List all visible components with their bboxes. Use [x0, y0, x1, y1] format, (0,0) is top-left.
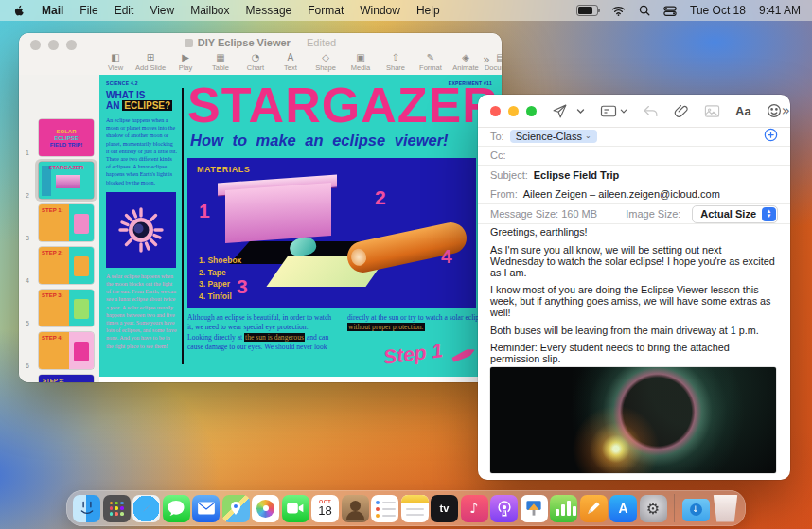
dock-icon-system-settings[interactable]: ⚙ [640, 495, 667, 522]
dock-icon-trash[interactable] [712, 495, 739, 522]
battery-icon[interactable] [576, 5, 598, 16]
dock-icon-pages[interactable] [580, 495, 608, 522]
send-button[interactable] [552, 103, 568, 119]
toolbar-shape-button[interactable]: ◇Shape [314, 53, 337, 72]
send-options-chevron[interactable] [576, 108, 585, 115]
menu-item-mail[interactable]: Mail [42, 4, 63, 17]
dock-icon-facetime[interactable] [282, 495, 309, 522]
header-fields-button[interactable] [600, 104, 627, 118]
dock-icon-music[interactable]: ♪ [461, 495, 488, 522]
slide-stargazer[interactable]: SCIENCE 4.2 EXPERIMENT #11 WHAT IS AN EC… [99, 75, 502, 377]
solar-eclipse-text: A solar eclipse happens when the moon bl… [106, 273, 177, 350]
toolbar-media-button[interactable]: ▣Media [349, 53, 372, 72]
spotlight-search-icon[interactable] [639, 5, 650, 16]
toolbar-share-button[interactable]: ⇧Share [384, 53, 407, 72]
dock-icon-tv[interactable]: tv [431, 495, 458, 522]
dock-divider [674, 494, 675, 522]
wifi-icon[interactable] [611, 6, 626, 16]
keynote-lectern-icon [524, 499, 544, 519]
download-arrow-icon: ↓ [690, 503, 702, 516]
slide-thumbnail-1[interactable]: 1 SOLAR ECLIPSE FIELD TRIP! [19, 116, 99, 159]
menu-item-format[interactable]: Format [308, 4, 344, 17]
dock-icon-app-store[interactable]: A [609, 495, 637, 522]
dock-icon-keynote[interactable] [521, 495, 548, 522]
dock-icon-messages[interactable] [163, 495, 190, 522]
dock-icon-downloads-folder[interactable]: ↓ [682, 499, 710, 521]
slide-thumbnail-3[interactable]: 3 STEP 1: [19, 202, 99, 244]
keynote-toolbar: ◧View ⊞Add Slide ▶Play ▦Table ◔Chart ATe… [104, 50, 473, 75]
menu-bar-date[interactable]: Tue Oct 18 [690, 4, 746, 17]
slide-thumbnail-6[interactable]: 6 STEP 4: [19, 329, 99, 372]
eclipse-highlight: ECLIPSE? [122, 100, 172, 111]
keynote-titlebar[interactable]: DIY Eclipse Viewer — Edited ◧View ⊞Add S… [19, 33, 502, 76]
mail-traffic-lights[interactable] [490, 106, 537, 116]
eclipse-corona-glow [490, 367, 776, 473]
cc-field[interactable]: Cc: [478, 147, 790, 167]
add-slide-icon: ⊞ [147, 53, 154, 62]
zoom-button[interactable] [526, 106, 537, 116]
eclipse-sun-icon [116, 205, 166, 255]
body-paragraph: Greetings, earthlings! [490, 226, 778, 238]
dock-icon-finder[interactable] [73, 495, 100, 522]
from-field[interactable]: From: Aileen Zeigen – aileen.zeigen@iclo… [478, 185, 790, 205]
paperclip-icon [674, 103, 689, 119]
emoji-button[interactable] [767, 103, 782, 118]
toolbar-view-button[interactable]: ◧View [104, 53, 127, 72]
slide-thumbnail-4[interactable]: 4 STEP 2: [19, 244, 99, 287]
toolbar-chart-button[interactable]: ◔Chart [244, 53, 267, 72]
dock-icon-contacts[interactable] [342, 495, 369, 522]
table-icon: ▦ [216, 53, 224, 62]
toolbar-overflow-chevrons-icon[interactable]: » [782, 102, 790, 119]
dock-icon-numbers[interactable] [550, 495, 577, 522]
subject-field[interactable]: Subject: Eclipse Field Trip [478, 166, 790, 185]
menu-item-view[interactable]: View [150, 4, 174, 17]
menu-bar-clock[interactable]: 9:41 AM [759, 4, 801, 17]
image-size-select[interactable]: Actual Size ▲▼ [692, 205, 778, 223]
toolbar-overflow-chevrons-icon[interactable]: » [483, 52, 490, 66]
dock-icon-maps[interactable] [222, 495, 250, 522]
attach-button[interactable] [674, 103, 689, 119]
dock-icon-launchpad[interactable] [103, 495, 131, 522]
dock-icon-calendar[interactable]: OCT 18 [311, 495, 339, 522]
dock-icon-notes[interactable] [401, 495, 429, 522]
close-button[interactable] [490, 106, 501, 116]
eclipse-photo-attachment[interactable] [490, 367, 776, 473]
menu-item-message[interactable]: Message [246, 4, 292, 17]
menu-item-mailbox[interactable]: Mailbox [190, 4, 229, 17]
recipient-token[interactable]: Science-Class⌄ [510, 130, 597, 143]
danger-highlight: the sun is dangerous [244, 333, 305, 342]
toolbar-text-button[interactable]: AText [279, 53, 302, 72]
toolbar-play-button[interactable]: ▶Play [174, 53, 197, 72]
image-size-label: Image Size: [626, 208, 680, 220]
toolbar-format-button[interactable]: ✎Format [419, 53, 442, 72]
dock-icon-safari[interactable] [132, 495, 160, 522]
dock-icon-reminders[interactable] [371, 495, 398, 522]
control-center-icon[interactable] [663, 6, 677, 16]
calendar-day-label: 18 [311, 504, 339, 517]
toolbar-animate-button[interactable]: ◈Animate [454, 53, 477, 72]
menu-item-file[interactable]: File [79, 4, 97, 17]
insert-photo-button[interactable] [704, 104, 720, 118]
slide-thumbnail-7[interactable]: 7 STEP 5: [19, 372, 99, 382]
dock-icon-podcasts[interactable] [490, 495, 518, 522]
menu-item-edit[interactable]: Edit [115, 4, 134, 17]
cc-label: Cc: [490, 150, 506, 161]
apple-menu-icon[interactable] [13, 4, 26, 18]
keynote-window-title: DIY Eclipse Viewer — Edited [19, 37, 502, 48]
menu-item-help[interactable]: Help [416, 4, 440, 17]
toolbar-table-button[interactable]: ▦Table [209, 53, 232, 72]
toolbar-add-slide-button[interactable]: ⊞Add Slide [139, 53, 162, 72]
minimize-button[interactable] [508, 106, 519, 116]
menu-item-window[interactable]: Window [360, 4, 400, 17]
slide-thumbnail-5[interactable]: 5 STEP 3: [19, 287, 99, 329]
to-field[interactable]: To: Science-Class⌄ [478, 127, 790, 147]
dock-icon-mail[interactable] [192, 495, 220, 522]
notes-header-icon [401, 495, 429, 503]
reply-button[interactable] [643, 104, 659, 118]
slide-left-column: WHAT IS AN ECLIPSE? An eclipse happens w… [106, 90, 177, 350]
format-button[interactable]: Aa [735, 104, 751, 118]
toolbar-document-button[interactable]: ▤Document [489, 53, 502, 72]
slide-thumbnail-2-selected[interactable]: 2 STARGAZER [19, 159, 99, 202]
dock-icon-photos[interactable] [252, 495, 279, 522]
add-recipient-button[interactable] [764, 128, 778, 144]
